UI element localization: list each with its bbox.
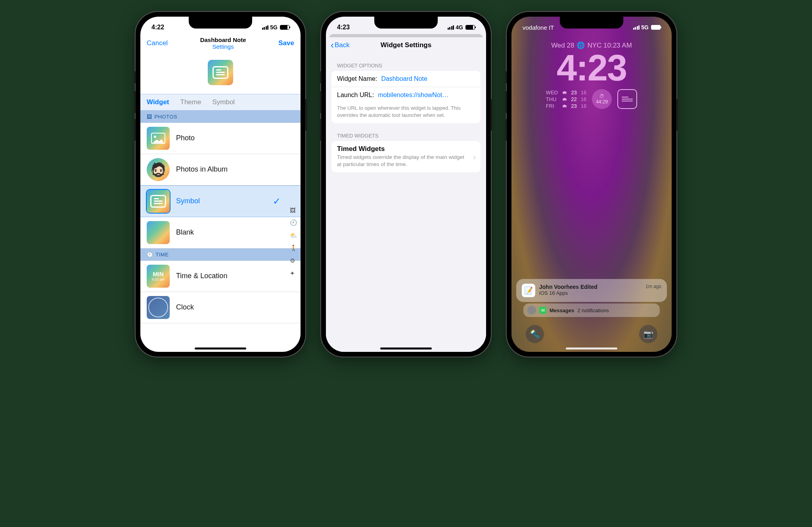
clock-face-icon xyxy=(148,298,168,317)
row-widget-name[interactable]: Widget Name: Dashboard Note xyxy=(331,71,481,87)
save-button[interactable]: Save xyxy=(278,39,294,47)
row-label: Blank xyxy=(176,228,194,237)
weather-icon: 🌧 xyxy=(562,96,567,102)
row-timed-widgets[interactable]: Timed Widgets Timed widgets override the… xyxy=(331,141,481,172)
home-indicator[interactable] xyxy=(195,348,246,349)
group-header-widget-options: WIDGET OPTIONS xyxy=(326,53,486,71)
widget-name-value[interactable]: Dashboard Note xyxy=(381,75,475,82)
section-header-time: 🕘 TIME xyxy=(140,248,301,261)
home-indicator[interactable] xyxy=(566,348,617,349)
row-label: Symbol xyxy=(176,197,200,205)
checkmark-icon: ✓ xyxy=(273,196,281,207)
section-header-photos: 🖼 PHOTOS xyxy=(140,111,301,123)
battery-icon xyxy=(651,25,661,30)
page-title: Widget Settings xyxy=(326,41,486,49)
status-time: 4:23 xyxy=(337,24,350,31)
battery-icon xyxy=(280,25,289,30)
notification-notes[interactable]: 📝 John Voorhees Edited iOS 16 Apps 1m ag… xyxy=(516,279,667,302)
weather-widget[interactable]: WED 🌧 23 16 THU 🌧 22 16 FRI 🌧 23 16 xyxy=(546,90,586,109)
messages-count: 2 notifications xyxy=(577,307,609,313)
messages-app-icon: ✉ xyxy=(539,307,546,314)
carrier-label: vodafone IT xyxy=(523,24,554,31)
lock-time: 4:23 xyxy=(511,50,672,86)
tile-min: MIN 9:22 am xyxy=(147,265,170,288)
scrubber-photos-icon[interactable]: 🖼 xyxy=(290,207,297,214)
network-label: 5G xyxy=(270,24,278,31)
notif-time: 1m ago xyxy=(645,284,661,289)
nav-bar: ‹ Back Widget Settings xyxy=(326,37,486,53)
forecast-hi: 22 xyxy=(571,96,576,102)
launch-url-value[interactable]: mobilenotes://showNot… xyxy=(378,92,475,99)
status-time: 4:22 xyxy=(151,24,164,31)
forecast-day: WED xyxy=(546,90,558,95)
back-label: Back xyxy=(335,41,350,49)
tab-symbol[interactable]: Symbol xyxy=(212,98,235,106)
notif-subtitle: iOS 16 Apps xyxy=(539,290,642,296)
messages-label: Messages xyxy=(550,307,574,313)
scrubber-sparkle-icon[interactable]: ✦ xyxy=(290,270,297,277)
chevron-left-icon: ‹ xyxy=(331,40,334,50)
flashlight-button[interactable]: 🔦 xyxy=(526,325,544,343)
scrubber-walk-icon[interactable]: 🚶 xyxy=(290,244,297,252)
forecast-lo: 16 xyxy=(581,103,586,109)
scrubber-toggle-icon[interactable]: ⚙ xyxy=(290,257,297,264)
phone-1-dashboard-note: 4:22 5G Cancel Dashboard Note Settings S… xyxy=(136,12,305,357)
tab-widget[interactable]: Widget xyxy=(147,98,169,106)
home-indicator[interactable] xyxy=(380,348,432,349)
forecast-hi: 23 xyxy=(571,90,576,95)
card-timed-widgets: Timed Widgets Timed widgets override the… xyxy=(331,141,481,172)
signal-bars-icon xyxy=(262,25,269,30)
timer-value: 44:29 xyxy=(596,99,608,105)
scrubber-time-icon[interactable]: 🕘 xyxy=(290,219,297,226)
notif-title: John Voorhees Edited xyxy=(539,284,642,290)
forecast-day: FRI xyxy=(546,103,558,109)
camera-icon: 📷 xyxy=(643,329,653,339)
timed-title: Timed Widgets xyxy=(337,145,475,153)
notification-messages[interactable]: ✉ Messages 2 notifications xyxy=(523,304,660,317)
scrubber-weather-icon[interactable]: ⛅ xyxy=(290,232,297,239)
weather-icon: 🌧 xyxy=(562,103,567,109)
row-label: Clock xyxy=(176,303,194,311)
photo-icon xyxy=(151,133,165,144)
section-header-label: TIME xyxy=(156,252,169,258)
signal-bars-icon xyxy=(448,25,454,30)
index-scrubber[interactable]: 🖼 🕘 ⛅ 🚶 ⚙ ✦ xyxy=(290,207,297,277)
row-symbol[interactable]: Symbol ✓ xyxy=(140,185,301,217)
camera-button[interactable]: 📷 xyxy=(639,325,657,343)
forecast-hi: 23 xyxy=(571,103,576,109)
nav-title: Dashboard Note xyxy=(200,36,246,43)
clock-section-icon: 🕘 xyxy=(147,252,153,258)
network-label: 4G xyxy=(456,24,463,31)
row-photos-in-album[interactable]: 🧔🏻 Photos in Album xyxy=(140,154,301,185)
note-icon xyxy=(213,66,228,79)
card-widget-options: Widget Name: Dashboard Note Launch URL: … xyxy=(331,71,481,123)
row-clock[interactable]: Clock xyxy=(140,292,301,323)
tile-symbol xyxy=(147,190,170,213)
flashlight-icon: 🔦 xyxy=(530,329,540,339)
nav-subtitle[interactable]: Settings xyxy=(200,43,246,50)
avatar xyxy=(527,306,536,315)
field-label: Launch URL: xyxy=(337,92,374,99)
note-widget[interactable] xyxy=(617,89,637,109)
forecast-day: THU xyxy=(546,96,558,102)
row-time-location[interactable]: MIN 9:22 am Time & Location xyxy=(140,261,301,292)
phone-3-lock-screen: vodafone IT 5G Wed 28 🌐 NYC 10:23 AM 4:2… xyxy=(507,12,676,357)
chevron-right-icon: › xyxy=(473,152,476,161)
row-photo[interactable]: Photo xyxy=(140,123,301,154)
back-button[interactable]: ‹ Back xyxy=(331,40,350,50)
row-blank[interactable]: Blank xyxy=(140,217,301,248)
min-label: MIN xyxy=(153,271,164,277)
forecast-lo: 16 xyxy=(581,90,586,95)
lock-widget-row: WED 🌧 23 16 THU 🌧 22 16 FRI 🌧 23 16 ⏱ 44… xyxy=(511,89,672,109)
signal-bars-icon xyxy=(633,25,640,30)
notification-stack: 📝 John Voorhees Edited iOS 16 Apps 1m ag… xyxy=(516,279,667,317)
nav-bar: Cancel Dashboard Note Settings Save xyxy=(140,34,301,53)
battery-icon xyxy=(465,25,475,30)
tab-theme[interactable]: Theme xyxy=(180,98,201,106)
row-label: Photo xyxy=(176,134,195,142)
cancel-button[interactable]: Cancel xyxy=(147,39,168,47)
timer-widget[interactable]: ⏱ 44:29 xyxy=(592,89,612,109)
row-launch-url[interactable]: Launch URL: mobilenotes://showNot… xyxy=(331,87,481,103)
row-label: Time & Location xyxy=(176,272,227,280)
photos-section-icon: 🖼 xyxy=(147,114,152,120)
